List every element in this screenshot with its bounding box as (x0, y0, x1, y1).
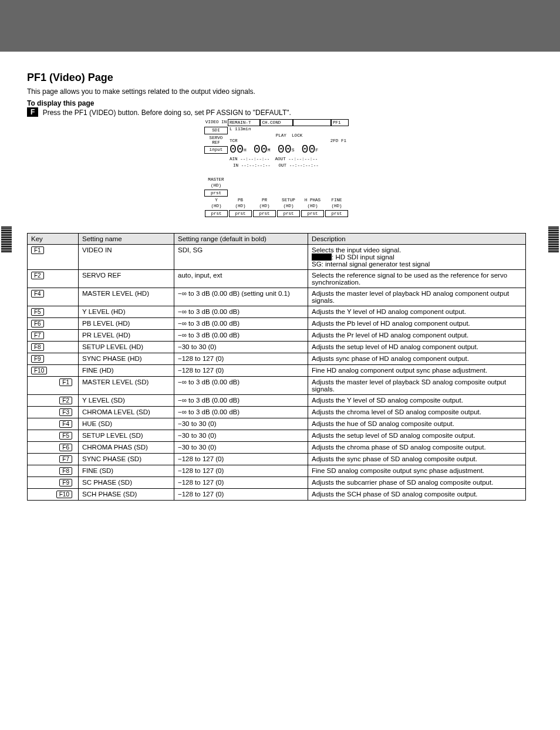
range-cell: −∞ to 3 dB (0.00 dB) (setting unit 0.1) (174, 288, 308, 306)
key-cell: F2 (28, 270, 79, 288)
key-cell: F8 (28, 465, 79, 477)
th-name: Setting name (79, 234, 174, 245)
key-cell: F1 (28, 245, 79, 270)
p-input: input (204, 146, 228, 153)
p-aout: AOUT --:--:--:-- (275, 157, 318, 161)
key-cell: F4 (28, 288, 79, 306)
p-play: PLAY (276, 133, 286, 138)
key-cell: F5 (28, 306, 79, 318)
p-ain: AIN --:--:--:-- (230, 157, 269, 161)
desc-cell: Adjusts the chroma level of SD analog co… (308, 407, 526, 418)
desc-cell: Adjusts the Pr level of HD analog compon… (308, 330, 526, 342)
section-title: PF1 (Video) Page (27, 72, 526, 84)
desc-cell: Adjusts the subcarrier phase of SD analo… (308, 477, 526, 489)
key-cell: F9 (28, 353, 79, 365)
key-cell: F9 (28, 477, 79, 489)
th-desc: Description (308, 234, 526, 245)
key-cell: F10 (28, 365, 79, 377)
name-cell: SYNC PHASE (SD) (79, 454, 174, 465)
key-cell: F3 (28, 407, 79, 418)
p-master-hd: (HD) (204, 182, 228, 188)
key-cell: F2 (28, 395, 79, 407)
desc-cell: Selects the input video signal.: HD SDI … (308, 245, 526, 270)
section-subtitle: This page allows you to make settings re… (27, 87, 526, 96)
name-cell: PR LEVEL (HD) (79, 330, 174, 342)
range-cell: −128 to 127 (0) (174, 465, 308, 477)
name-cell: SETUP LEVEL (HD) (79, 342, 174, 353)
p-video-in: VIDEO IN (204, 119, 228, 125)
p-remain: REMAIN-T (228, 119, 260, 126)
right-margin-stripes (548, 227, 559, 253)
range-cell: −128 to 127 (0) (174, 489, 308, 501)
name-cell: SERVO REF (79, 270, 174, 288)
key-cell: F6 (28, 442, 79, 454)
desc-cell: Adjusts the setup level of HD analog com… (308, 342, 526, 353)
key-cell: F4 (28, 418, 79, 430)
desc-cell: Adjusts sync phase of HD analog componen… (308, 353, 526, 365)
key-cell: F1 (28, 377, 79, 395)
key-cell: F7 (28, 330, 79, 342)
th-key: Key (28, 234, 79, 245)
name-cell: CHROMA LEVEL (SD) (79, 407, 174, 418)
top-banner (0, 0, 560, 52)
p-in: IN --:--:--:-- (230, 163, 271, 168)
name-cell: Y LEVEL (SD) (79, 395, 174, 407)
p-pf1: PF1 (331, 119, 349, 126)
key-cell: F10 (28, 489, 79, 501)
name-cell: HUE (SD) (79, 418, 174, 430)
lcd-panel: VIDEO IN REMAIN-T CH.COND PF1 SDI SERVO … (204, 119, 349, 218)
name-cell: FINE (HD) (79, 365, 174, 377)
desc-cell: Fine HD analog component output sync pha… (308, 365, 526, 377)
p-servo-ref: SERVO REF (204, 135, 228, 146)
key-cell: F5 (28, 430, 79, 442)
name-cell: MASTER LEVEL (SD) (79, 377, 174, 395)
desc-cell: Adjusts the setup level of SD analog com… (308, 430, 526, 442)
desc-cell: Adjusts the SCH phase of SD analog compo… (308, 489, 526, 501)
key-cell: F8 (28, 342, 79, 353)
to-display-text: Press the PF1 (VIDEO) button. Before doi… (43, 109, 291, 117)
range-cell: −128 to 127 (0) (174, 365, 308, 377)
desc-cell: Adjusts the chroma phase of SD analog co… (308, 442, 526, 454)
p-chcond-bar (293, 119, 331, 126)
range-cell: −∞ to 3 dB (0.00 dB) (174, 306, 308, 318)
range-cell: −30 to 30 (0) (174, 342, 308, 353)
desc-cell: Adjusts the master level of playback SD … (308, 377, 526, 395)
name-cell: CHROMA PHAS (SD) (79, 442, 174, 454)
name-cell: SYNC PHASE (HD) (79, 353, 174, 365)
key-cell: F6 (28, 318, 79, 330)
f-badge: F (27, 107, 38, 117)
range-cell: −∞ to 3 dB (0.00 dB) (174, 330, 308, 342)
key-cell: F7 (28, 454, 79, 465)
p-sdi: SDI (204, 127, 228, 134)
range-cell: auto, input, ext (174, 270, 308, 288)
range-cell: −∞ to 3 dB (0.00 dB) (174, 395, 308, 407)
p-remain-val: L 113min (230, 126, 251, 132)
p-master: MASTER (204, 177, 228, 182)
desc-cell: Fine SD analog composite output sync pha… (308, 465, 526, 477)
name-cell: Y LEVEL (HD) (79, 306, 174, 318)
range-cell: −∞ to 3 dB (0.00 dB) (174, 407, 308, 418)
range-cell: −128 to 127 (0) (174, 353, 308, 365)
name-cell: SC PHASE (SD) (79, 477, 174, 489)
p-lock: LOCK (292, 133, 302, 138)
name-cell: FINE (SD) (79, 465, 174, 477)
range-cell: −∞ to 3 dB (0.00 dB) (174, 318, 308, 330)
name-cell: MASTER LEVEL (HD) (79, 288, 174, 306)
p-bottom-row: Y(HD)prstPB(HD)prstPR(HD)prstSETUP(HD)pr… (204, 197, 349, 218)
desc-cell: Adjusts the Pb level of HD analog compon… (308, 318, 526, 330)
to-display-label: To display this page (27, 99, 94, 107)
th-range: Setting range (default in bold) (174, 234, 308, 245)
name-cell: SCH PHASE (SD) (79, 489, 174, 501)
range-cell: −30 to 30 (0) (174, 418, 308, 430)
left-margin-stripes (1, 227, 12, 253)
range-cell: −30 to 30 (0) (174, 430, 308, 442)
desc-cell: Adjusts the hue of SD analog composite o… (308, 418, 526, 430)
desc-cell: Adjusts the Y level of HD analog compone… (308, 306, 526, 318)
desc-cell: Adjusts the Y level of SD analog composi… (308, 395, 526, 407)
desc-cell: Selects the reference signal to be used … (308, 270, 526, 288)
settings-table: Key Setting name Setting range (default … (27, 233, 526, 501)
desc-cell: Adjusts the sync phase of SD analog comp… (308, 454, 526, 465)
range-cell: −128 to 127 (0) (174, 477, 308, 489)
range-cell: −∞ to 3 dB (0.00 dB) (174, 377, 308, 395)
name-cell: VIDEO IN (79, 245, 174, 270)
